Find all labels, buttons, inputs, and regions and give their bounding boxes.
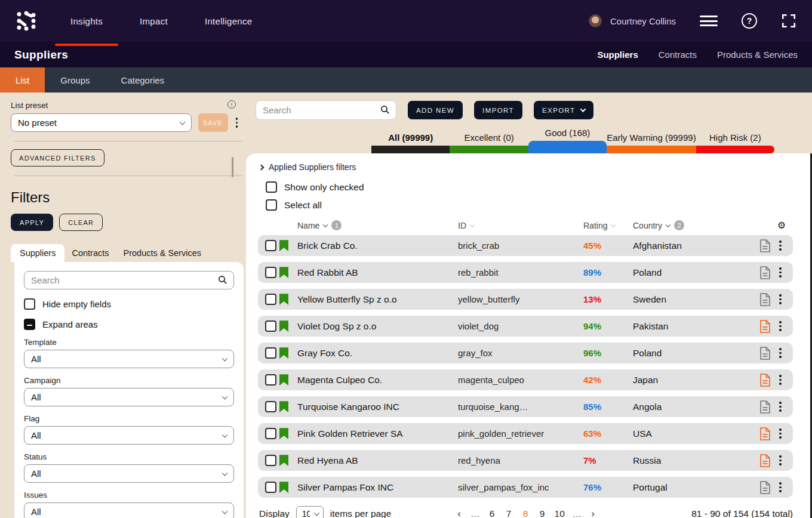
sidebar-scrollbar[interactable] — [232, 157, 233, 177]
app-logo-icon[interactable] — [16, 10, 37, 32]
row-kebab-menu-icon[interactable] — [775, 454, 786, 467]
row-checkbox[interactable] — [265, 347, 276, 359]
module-nav-link[interactable]: Products & Services — [717, 50, 798, 60]
export-button[interactable]: EXPORT — [534, 101, 593, 119]
view-tab[interactable]: Categories — [106, 67, 180, 92]
module-nav-link[interactable]: Contracts — [659, 50, 697, 60]
table-row[interactable]: Violet Dog Sp z o.o violet_dog 94% Pakis… — [258, 316, 793, 337]
row-checkbox[interactable] — [265, 374, 276, 386]
table-row[interactable]: Red Rabbit AB reb_rabbit 89% Poland — [258, 262, 793, 283]
row-kebab-menu-icon[interactable] — [775, 427, 786, 440]
column-header-rating[interactable]: Rating — [583, 221, 633, 230]
table-row[interactable]: Pink Golden Retriever SA pink_golden_ret… — [258, 423, 793, 444]
row-checkbox[interactable] — [265, 455, 276, 466]
row-checkbox[interactable] — [265, 267, 276, 278]
suppliers-search-input[interactable] — [256, 100, 396, 120]
table-row[interactable]: Magenta Culpeo Co. magenta_culpeo 42% Ja… — [258, 369, 793, 390]
nav-item[interactable]: Intelligence — [205, 16, 253, 26]
preset-kebab-menu-icon[interactable] — [235, 116, 239, 129]
document-icon[interactable] — [759, 293, 771, 306]
row-kebab-menu-icon[interactable] — [775, 320, 786, 332]
page-number[interactable]: 6 — [488, 508, 497, 518]
checkbox[interactable] — [24, 319, 35, 330]
checkbox[interactable] — [266, 181, 277, 193]
status-tab[interactable]: Early Warning (99999) — [607, 132, 696, 153]
page-number[interactable]: … — [470, 508, 480, 518]
status-tab[interactable]: Good (168) — [528, 128, 607, 153]
page-number[interactable]: 10 — [555, 508, 565, 518]
page-number[interactable]: … — [573, 508, 582, 518]
row-checkbox[interactable] — [265, 320, 276, 332]
column-header-name[interactable]: Name 1 — [297, 220, 458, 230]
document-icon[interactable] — [759, 239, 771, 252]
nav-item[interactable]: Insights — [70, 16, 103, 26]
table-row[interactable]: Turquoise Kangaroo INC turquoise_kang… 8… — [258, 396, 793, 417]
checkbox[interactable] — [266, 199, 277, 211]
show-only-checked-row[interactable]: Show only checked — [266, 181, 802, 193]
filter-category-tab[interactable]: Products & Services — [116, 244, 209, 262]
filter-category-tab[interactable]: Suppliers — [11, 244, 64, 262]
document-icon[interactable] — [759, 400, 771, 414]
filter-select[interactable]: All — [24, 388, 234, 406]
checkbox[interactable] — [24, 298, 35, 310]
filter-select[interactable]: All — [24, 502, 234, 518]
document-icon[interactable] — [759, 347, 771, 360]
apply-button[interactable]: APPLY — [11, 214, 53, 231]
document-icon[interactable] — [759, 481, 771, 494]
page-size-select[interactable]: 10 — [296, 506, 324, 518]
row-kebab-menu-icon[interactable] — [775, 293, 786, 306]
status-tab[interactable]: All (99999) — [371, 132, 450, 153]
row-kebab-menu-icon[interactable] — [775, 481, 786, 494]
column-header-id[interactable]: ID — [458, 221, 583, 230]
table-row[interactable]: Red Hyena AB red_hyena 7% Russia — [258, 450, 793, 471]
advanced-filters-button[interactable]: ADVANCED FILTERS — [11, 149, 104, 166]
applied-filters-toggle[interactable]: Applied Suppliers filters — [258, 162, 802, 172]
preset-select[interactable]: No preset — [11, 113, 192, 132]
page-number[interactable]: 8 — [521, 508, 530, 518]
next-page-icon[interactable]: › — [589, 508, 596, 518]
info-icon[interactable]: i — [227, 100, 236, 109]
select-all-row[interactable]: Select all — [266, 199, 802, 211]
column-settings-gear-icon[interactable]: ⚙ — [777, 221, 786, 230]
save-button[interactable]: SAVE — [198, 113, 228, 132]
document-icon[interactable] — [759, 320, 771, 333]
user-name[interactable]: Courtney Collins — [610, 16, 676, 26]
row-checkbox[interactable] — [265, 401, 276, 412]
fullscreen-icon[interactable] — [781, 13, 796, 29]
row-kebab-menu-icon[interactable] — [775, 374, 786, 386]
row-kebab-menu-icon[interactable] — [775, 400, 786, 413]
previous-page-icon[interactable]: ‹ — [456, 508, 463, 518]
row-kebab-menu-icon[interactable] — [775, 266, 786, 279]
row-kebab-menu-icon[interactable] — [775, 239, 786, 252]
filter-select[interactable]: All — [24, 350, 234, 368]
nav-item[interactable]: Impact — [140, 16, 168, 26]
table-row[interactable]: Silver Pampas Fox INC silver_pampas_fox_… — [258, 477, 793, 498]
filter-category-tab[interactable]: Contracts — [64, 244, 116, 262]
filter-select[interactable]: All — [24, 464, 234, 483]
row-checkbox[interactable] — [265, 294, 276, 305]
row-kebab-menu-icon[interactable] — [775, 347, 786, 359]
hamburger-menu-icon[interactable] — [700, 16, 718, 26]
filter-select[interactable]: All — [24, 426, 234, 445]
document-icon[interactable] — [759, 427, 771, 440]
document-icon[interactable] — [759, 454, 771, 467]
table-row[interactable]: Gray Fox Co. gray_fox 96% Poland — [258, 343, 793, 363]
clear-button[interactable]: CLEAR — [59, 214, 103, 231]
help-icon[interactable]: ? — [742, 13, 757, 29]
module-nav-link[interactable]: Suppliers — [597, 50, 638, 60]
sidebar-search-input[interactable] — [24, 271, 234, 289]
status-tab[interactable]: Excellent (0) — [450, 132, 528, 153]
row-checkbox[interactable] — [265, 240, 276, 251]
import-button[interactable]: IMPORT — [474, 101, 522, 119]
table-row[interactable]: Brick Crab Co. brick_crab 45% Afghanista… — [258, 235, 793, 256]
user-avatar[interactable] — [589, 14, 602, 27]
page-number[interactable]: 9 — [538, 508, 547, 518]
page-number[interactable]: 7 — [505, 508, 513, 518]
view-tab[interactable]: List — [0, 67, 45, 92]
row-checkbox[interactable] — [265, 482, 276, 493]
sidebar-checkbox-row[interactable]: Hide empty fields — [24, 298, 234, 310]
column-header-country[interactable]: Country 2 — [633, 220, 759, 230]
add-new-button[interactable]: ADD NEW — [408, 101, 463, 119]
table-row[interactable]: Yellow Butterfly Sp z o.o yellow_butterf… — [258, 289, 793, 310]
document-icon[interactable] — [759, 374, 771, 387]
